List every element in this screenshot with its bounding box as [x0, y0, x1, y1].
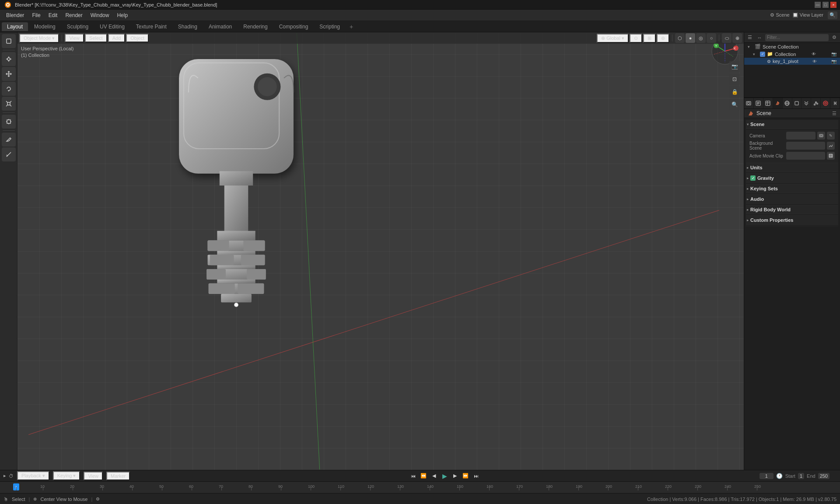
maximize-button[interactable]: □ [822, 2, 829, 8]
vp-object-menu[interactable]: Object [126, 34, 149, 42]
menu-item-help[interactable]: Help [113, 11, 131, 19]
vp-select-menu[interactable]: Select [85, 34, 107, 42]
vp-proportional-btn[interactable]: ⊚ [657, 34, 669, 43]
vp-zoom-btn[interactable]: 🔍 [729, 99, 740, 110]
prop-tab-modifiers[interactable] [802, 98, 811, 108]
outliner-settings-btn[interactable]: ⚙ [830, 34, 838, 42]
minimize-button[interactable]: — [815, 2, 821, 8]
outliner-filter-btn[interactable]: ☰ [746, 34, 754, 42]
outliner-sync-btn[interactable]: ↔ [756, 34, 763, 42]
prop-tab-viewlayer[interactable] [763, 98, 773, 108]
scale-tool[interactable] [2, 97, 16, 111]
tl-next-keyframe-btn[interactable]: ⏩ [461, 472, 470, 480]
vp-camera-view-btn[interactable]: 📷 [729, 61, 740, 72]
camera-edit-icon[interactable]: ✎ [827, 132, 835, 140]
menu-item-blender[interactable]: Blender [3, 11, 28, 19]
vp-add-menu[interactable]: Add [108, 34, 126, 42]
vp-lock-btn[interactable]: 🔒 [729, 86, 740, 98]
timeline-start-frame[interactable]: 1 [798, 473, 804, 479]
prop-tab-object[interactable] [792, 98, 802, 108]
move-tool[interactable] [2, 67, 16, 81]
vp-mode-dropdown[interactable]: Object Mode ▾ [19, 34, 59, 43]
menu-item-window[interactable]: Window [87, 11, 113, 19]
outliner-search-input[interactable] [765, 34, 829, 41]
cursor-tool[interactable] [2, 52, 16, 66]
tl-prev-keyframe-btn[interactable]: ⏪ [419, 472, 428, 480]
timeline-view-menu[interactable]: View [84, 472, 103, 480]
shading-material-btn[interactable]: ◎ [696, 33, 706, 43]
tab-scripting[interactable]: Scripting [314, 22, 345, 31]
units-section-header[interactable]: ▸ Units [746, 163, 838, 172]
prop-tab-constraints[interactable] [830, 98, 840, 108]
prop-tab-world[interactable] [783, 98, 792, 108]
tab-compositing[interactable]: Compositing [274, 22, 314, 31]
vp-gizmo-btn[interactable]: ⊕ [732, 33, 742, 43]
prop-tab-render[interactable] [744, 98, 754, 108]
shading-solid-btn[interactable]: ● [686, 33, 695, 43]
tl-prev-frame-btn[interactable]: ◀ [430, 472, 438, 480]
prop-tab-physics[interactable] [821, 98, 830, 108]
menu-item-render[interactable]: Render [62, 11, 86, 19]
tab-texture-paint[interactable]: Texture Paint [131, 22, 172, 31]
movie-clip-value[interactable] [786, 152, 825, 160]
prop-tab-scene[interactable] [773, 98, 783, 108]
outliner-scene-collection[interactable]: ▾ 🎬 Scene Collection [744, 43, 840, 50]
menu-item-edit[interactable]: Edit [45, 11, 61, 19]
prop-tab-particles[interactable] [811, 98, 821, 108]
tl-jump-start-btn[interactable]: ⏮ [409, 472, 417, 480]
timeline-current-frame[interactable]: 1 [760, 473, 774, 479]
tl-next-frame-btn[interactable]: ▶ [451, 472, 459, 480]
vp-perspective-btn[interactable]: ⊡ [729, 74, 740, 85]
annotate-tool[interactable] [2, 133, 16, 147]
timeline-ruler[interactable]: 1 11020304050607080901001101201301401501… [0, 482, 840, 493]
camera-value[interactable] [786, 132, 816, 140]
status-separator-1: | [29, 497, 30, 502]
shading-wireframe-btn[interactable]: ⬡ [675, 33, 685, 43]
tab-modeling[interactable]: Modeling [29, 22, 61, 31]
movie-clip-icon[interactable] [827, 152, 835, 160]
timeline-marker-menu[interactable]: Marker [106, 472, 130, 480]
vp-snap-btn[interactable]: ⊞ [643, 34, 656, 43]
custom-props-header[interactable]: ▸ Custom Properties [746, 216, 838, 225]
timeline-keying-menu[interactable]: Keying ▾ [53, 471, 80, 480]
titlebar-controls[interactable]: — □ × [815, 2, 836, 8]
viewport-3d[interactable]: Object Mode ▾ View Select Add Object ⊕ G… [18, 32, 744, 470]
tl-jump-end-btn[interactable]: ⏭ [472, 472, 480, 480]
keying-sets-header[interactable]: ▸ Keying Sets [746, 184, 838, 193]
timeline-end-frame[interactable]: 250 [818, 473, 830, 479]
tab-rendering[interactable]: Rendering [238, 22, 273, 31]
vp-view-menu[interactable]: View [65, 34, 84, 42]
tl-play-btn[interactable]: ▶ [440, 472, 449, 480]
tl-expand-btn[interactable]: ▸ [4, 473, 6, 479]
properties-menu-btn[interactable]: ☰ [832, 111, 836, 116]
outliner-collection[interactable]: ▾ ✓ 📁 Collection 👁 📷 [744, 50, 840, 58]
tab-animation[interactable]: Animation [203, 22, 237, 31]
tab-shading[interactable]: Shading [173, 22, 203, 31]
camera-icon[interactable] [817, 132, 825, 140]
menu-item-file[interactable]: File [28, 11, 44, 19]
prop-tab-output[interactable] [754, 98, 763, 108]
tab-uv-editing[interactable]: UV Editing [94, 22, 130, 31]
rotate-tool[interactable] [2, 82, 16, 96]
vp-global-btn[interactable]: ⊕ Global ▾ [597, 34, 629, 43]
outliner-key-object[interactable]: ▸ ⚙ key_1_pivot 👁 📷 [744, 58, 840, 65]
tab-layout[interactable]: Layout [2, 22, 28, 31]
shading-rendered-btn[interactable]: ○ [707, 33, 716, 43]
gravity-checkbox[interactable]: ✓ [750, 175, 756, 181]
gravity-section-header[interactable]: ▸ ✓ Gravity [746, 174, 838, 183]
measure-tool[interactable] [2, 147, 16, 161]
bg-scene-value[interactable] [786, 142, 825, 150]
scene-section-header[interactable]: ▾ Scene [746, 120, 838, 129]
tab-sculpting[interactable]: Sculpting [62, 22, 94, 31]
bg-scene-icon[interactable] [827, 142, 835, 150]
close-button[interactable]: × [830, 2, 836, 8]
audio-section-header[interactable]: ▸ Audio [746, 195, 838, 204]
vp-overlay-btn[interactable]: ⬭ [722, 33, 732, 43]
vp-pivot-btn[interactable]: ⊙ [630, 34, 642, 43]
search-button[interactable]: 🔍 [828, 11, 837, 19]
add-workspace-button[interactable]: + [346, 22, 357, 32]
timeline-playback-menu[interactable]: Playback ▾ [17, 471, 49, 480]
transform-tool[interactable] [2, 115, 16, 129]
rigid-body-header[interactable]: ▸ Rigid Body World [746, 205, 838, 214]
select-box-tool[interactable] [2, 34, 16, 48]
